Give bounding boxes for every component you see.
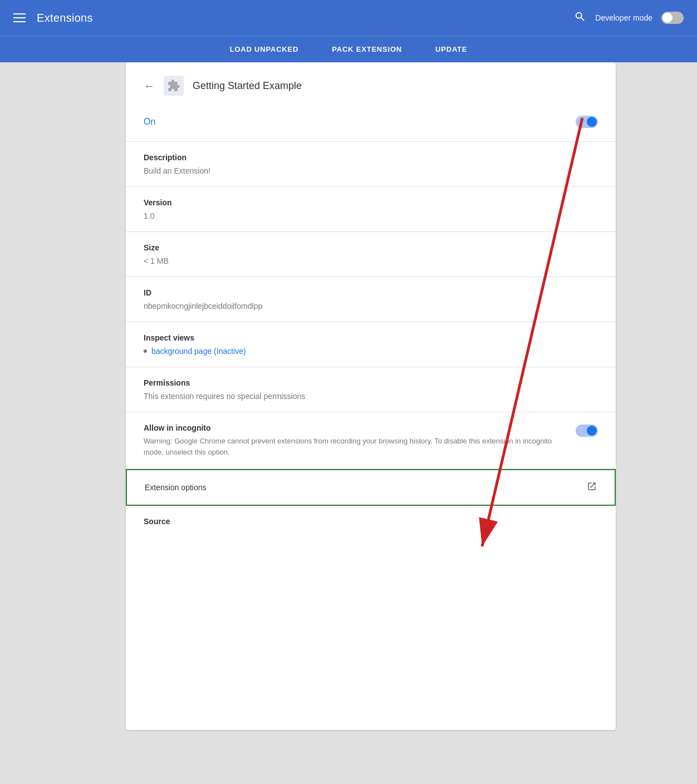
external-link-icon [587, 481, 597, 494]
inspect-views-link-row: background page (Inactive) [144, 347, 598, 356]
top-header: Extensions Developer mode [0, 0, 697, 36]
extension-options-row[interactable]: Extension options [126, 469, 616, 506]
header-right: Developer mode [574, 11, 684, 26]
incognito-text-block: Allow in incognito Warning: Google Chrom… [144, 423, 562, 457]
source-section: Source [126, 506, 616, 537]
main-area: ← Getting Started Example On Description… [0, 62, 697, 730]
description-label: Description [144, 153, 598, 162]
extension-detail-card: ← Getting Started Example On Description… [126, 62, 616, 730]
header-left: Extensions [13, 12, 93, 24]
id-value: nbepmkocngjinlejbceiddoilfomdlpp [144, 302, 598, 310]
developer-mode-label: Developer mode [595, 13, 652, 22]
size-section: Size < 1 MB [126, 232, 616, 277]
search-icon[interactable] [574, 11, 586, 26]
size-value: < 1 MB [144, 257, 598, 265]
description-section: Description Build an Extension! [126, 142, 616, 187]
update-button[interactable]: UPDATE [435, 43, 467, 56]
size-label: Size [144, 243, 598, 252]
extension-options-label: Extension options [145, 483, 207, 492]
version-value: 1.0 [144, 211, 598, 220]
id-section: ID nbepmkocngjinlejbceiddoilfomdlpp [126, 277, 616, 322]
incognito-label: Allow in incognito [144, 423, 562, 432]
pack-extension-button[interactable]: PACK EXTENSION [332, 43, 402, 56]
id-label: ID [144, 288, 598, 297]
extension-header: ← Getting Started Example [126, 62, 616, 109]
subnav-bar: LOAD UNPACKED PACK EXTENSION UPDATE [0, 36, 697, 62]
version-section: Version 1.0 [126, 187, 616, 232]
background-page-link[interactable]: background page (Inactive) [151, 347, 246, 356]
extension-name: Getting Started Example [193, 80, 302, 92]
developer-mode-toggle[interactable] [661, 12, 684, 24]
permissions-section: Permissions This extension requires no s… [126, 367, 616, 412]
enabled-label: On [144, 117, 155, 127]
app-title: Extensions [37, 12, 93, 24]
incognito-description: Warning: Google Chrome cannot prevent ex… [144, 436, 562, 457]
inspect-views-section: Inspect views background page (Inactive) [126, 322, 616, 367]
permissions-label: Permissions [144, 378, 598, 387]
load-unpacked-button[interactable]: LOAD UNPACKED [230, 43, 299, 56]
extension-enabled-toggle[interactable] [576, 116, 598, 128]
incognito-section: Allow in incognito Warning: Google Chrom… [126, 412, 616, 469]
inspect-views-label: Inspect views [144, 333, 598, 342]
on-off-row: On [126, 109, 616, 142]
back-arrow-icon[interactable]: ← [144, 80, 155, 92]
description-value: Build an Extension! [144, 166, 598, 175]
hamburger-menu-icon[interactable] [13, 13, 26, 22]
permissions-value: This extension requires no special permi… [144, 392, 598, 401]
incognito-toggle[interactable] [576, 425, 598, 437]
extension-icon [164, 76, 184, 96]
source-label: Source [144, 517, 598, 526]
bullet-icon [144, 349, 147, 353]
version-label: Version [144, 198, 598, 207]
